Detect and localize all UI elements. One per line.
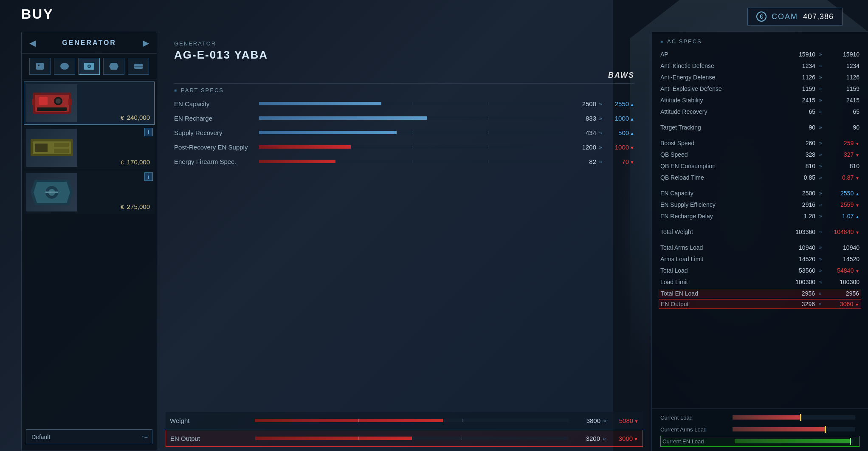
- ac-spec-new: 15910: [826, 51, 860, 58]
- ac-spec-row-attitude-stability: Attitude Stability 2415 » 2415: [660, 96, 860, 105]
- ac-spec-row-boost-speed: Boost Speed 260 » 259 ▼: [660, 138, 860, 148]
- ac-spec-val: 90: [781, 124, 815, 131]
- next-tab-button[interactable]: ▶: [139, 36, 152, 50]
- current-arms-load-row: Current Arms Load: [660, 424, 860, 435]
- ac-spec-new: 10940: [826, 244, 860, 251]
- right-panel: AC SPECS AP 15910 » 15910 Anti-Kinetic D…: [651, 32, 868, 451]
- spec-bar: [259, 145, 564, 149]
- spec-new-value: 3000▼: [609, 435, 638, 442]
- ac-spec-val: 1234: [781, 62, 815, 69]
- part-icon-core[interactable]: [54, 58, 75, 75]
- ac-spec-name: QB Reload Time: [660, 174, 781, 181]
- spec-value: 3200: [575, 435, 600, 442]
- part-image-3: [26, 173, 77, 211]
- ac-spec-name: Attitude Recovery: [660, 108, 781, 115]
- part-price-2: € 170,000: [121, 158, 150, 166]
- ac-spec-arrow: »: [815, 140, 826, 146]
- ac-spec-new: 65: [826, 108, 860, 115]
- spec-bar: [259, 131, 564, 134]
- default-button[interactable]: Default ↑=: [26, 429, 152, 444]
- part-icon-head[interactable]: [29, 58, 51, 75]
- current-en-load-row: Current EN Load: [660, 436, 860, 447]
- current-en-load-fill: [735, 439, 850, 443]
- spec-arrow: »: [600, 435, 609, 442]
- part-icon-booster[interactable]: [103, 58, 124, 75]
- svg-rect-12: [39, 97, 48, 105]
- ac-spec-arrow: »: [815, 290, 825, 296]
- spec-arrow: »: [596, 101, 605, 107]
- spec-arrow: »: [596, 158, 605, 165]
- spec-row-energy-firearm: Energy Firearm Spec. 82 » 70▼: [174, 156, 634, 166]
- middle-panel: GENERATOR AG-E-013 YABA BAWS PART SPECS …: [166, 32, 643, 451]
- svg-point-14: [56, 99, 61, 104]
- ac-spec-row-total-weight: Total Weight 103360 » 104840 ▼: [660, 227, 860, 237]
- spec-value: 3800: [575, 417, 600, 424]
- ac-spec-arrow: »: [815, 124, 826, 130]
- ac-spec-val: 2415: [781, 97, 815, 104]
- part-icon-fcs[interactable]: [128, 58, 149, 75]
- ac-spec-val: 0.85: [781, 174, 815, 181]
- ac-spec-row-qb-en: QB EN Consumption 810 » 810: [660, 161, 860, 171]
- svg-rect-19: [35, 144, 48, 152]
- spec-bar-fill: [259, 131, 397, 134]
- spec-new-value: 2550▲: [605, 100, 634, 107]
- spec-name: Supply Recovery: [174, 129, 259, 136]
- prev-tab-button[interactable]: ◀: [26, 36, 39, 50]
- part-name: AG-E-013 YABA: [174, 48, 634, 62]
- ac-spec-arrow: »: [815, 256, 826, 262]
- info-badge-3: i: [144, 172, 153, 181]
- spec-value: 833: [571, 115, 596, 122]
- ac-spec-row-total-arms-load: Total Arms Load 10940 » 10940: [660, 243, 860, 252]
- ac-spec-row-qb-speed: QB Speed 328 » 327 ▼: [660, 150, 860, 159]
- ac-spec-row-anti-explosive: Anti-Explosive Defense 1159 » 1159: [660, 84, 860, 93]
- ac-spec-arrow: »: [815, 229, 826, 235]
- ac-spec-arrow: »: [815, 51, 826, 57]
- ac-spec-val: 2956: [781, 290, 815, 297]
- ac-spec-val: 3296: [781, 301, 815, 307]
- ac-spec-arrow: »: [815, 190, 826, 196]
- spec-name: Energy Firearm Spec.: [174, 158, 259, 165]
- spec-name: Post-Recovery EN Supply: [174, 144, 259, 151]
- spec-bar: [259, 116, 564, 120]
- spec-bar: [259, 160, 564, 163]
- ac-spec-val: 103360: [781, 228, 815, 235]
- spec-new-value: 1000▲: [605, 115, 634, 122]
- ac-spec-name: AP: [660, 51, 781, 58]
- spec-new-value: 500▲: [605, 129, 634, 136]
- spec-name: EN Recharge: [174, 115, 259, 122]
- current-load-section: Current Load Current Arms Load Current E…: [652, 408, 868, 451]
- part-icon-generator[interactable]: [79, 58, 100, 75]
- ac-spec-row-qb-reload: QB Reload Time 0.85 » 0.87 ▼: [660, 173, 860, 182]
- ac-spec-name: Total Weight: [660, 228, 781, 235]
- ac-spec-val: 53560: [781, 267, 815, 274]
- ac-spec-val: 15910: [781, 51, 815, 58]
- spec-new-value: 70▼: [605, 158, 634, 165]
- svg-rect-26: [45, 192, 58, 193]
- spec-name: EN Capacity: [174, 100, 259, 107]
- part-category-label: GENERATOR: [174, 40, 634, 47]
- spec-bar-fill: [259, 160, 335, 163]
- ac-spec-name: QB Speed: [660, 151, 781, 158]
- list-item[interactable]: i € 170,000: [24, 126, 155, 169]
- svg-point-5: [88, 65, 90, 67]
- buy-label: BUY: [21, 6, 54, 22]
- part-icons-row: [22, 54, 157, 79]
- ac-spec-row-target-tracking: Target Tracking 90 » 90: [660, 123, 860, 132]
- ac-spec-arrow: »: [815, 74, 826, 80]
- ac-spec-name: Load Limit: [660, 279, 781, 285]
- ac-spec-arrow: »: [815, 63, 826, 69]
- ac-spec-row-en-recharge-delay: EN Recharge Delay 1.28 » 1.07 ▲: [660, 211, 860, 221]
- ac-spec-arrow: »: [815, 301, 825, 307]
- ac-spec-arrow: »: [815, 175, 826, 180]
- list-item[interactable]: € 240,000: [24, 82, 155, 125]
- spec-row-en-capacity: EN Capacity 2500 » 2550▲: [174, 99, 634, 109]
- spec-rows: EN Capacity 2500 » 2550▲ EN Recharge 833…: [174, 99, 634, 166]
- svg-rect-21: [54, 149, 69, 153]
- ac-spec-new: 1159: [826, 85, 860, 92]
- ac-spec-arrow: »: [815, 86, 826, 92]
- spec-bar-fill: [255, 419, 443, 422]
- ac-spec-new: 14520: [826, 256, 860, 262]
- ac-spec-arrow: »: [815, 213, 826, 219]
- list-item[interactable]: i € 275,000: [24, 171, 155, 214]
- ac-spec-row-total-load: Total Load 53560 » 54840 ▼: [660, 266, 860, 275]
